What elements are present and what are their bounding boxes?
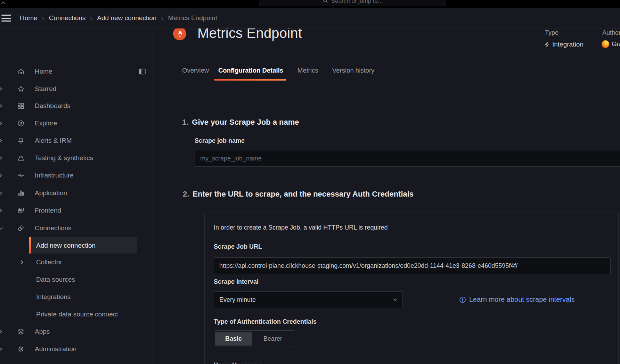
- tab-overview[interactable]: Overview: [182, 67, 209, 74]
- sidebar-item-label: Application: [35, 189, 67, 197]
- selected-interval: Every minute: [219, 296, 256, 304]
- chevron-right-icon[interactable]: [0, 329, 3, 334]
- section-number: 1.: [182, 118, 188, 127]
- chevron-right-icon[interactable]: [0, 121, 3, 126]
- chevron-right-icon[interactable]: [0, 173, 3, 178]
- scrape-job-name-label: Scrape job name: [195, 137, 245, 144]
- sidebar-item-data-sources[interactable]: Data sources: [0, 271, 153, 288]
- sidebar-item-application[interactable]: Application: [0, 184, 153, 202]
- section-title: Enter the URL to scrape, and the necessa…: [193, 190, 414, 199]
- chevron-right-icon[interactable]: [0, 346, 3, 352]
- sidebar-item-integrations[interactable]: Integrations: [0, 288, 153, 306]
- pulse-icon: [17, 172, 25, 179]
- tab-configuration-details[interactable]: Configuration Details: [218, 67, 283, 74]
- bar-chart-icon: [17, 189, 25, 197]
- chevron-up-icon[interactable]: [1, 0, 6, 5]
- sidebar-item-label: Dashboards: [35, 102, 70, 110]
- search-input[interactable]: Search or jump to...: [259, 0, 446, 6]
- section-title: Give your Scrape Job a name: [192, 118, 299, 127]
- chevron-right-icon[interactable]: [0, 138, 3, 143]
- sidebar-item-label: Connections: [35, 224, 72, 232]
- scrape-job-name-input[interactable]: [195, 150, 620, 167]
- breadcrumb-metrics-endpoint: Metrics Endpoint: [168, 14, 217, 22]
- scrape-job-url-label: Scrape Job URL: [214, 243, 262, 250]
- sidebar-item-label: Testing & synthetics: [35, 154, 93, 162]
- sidebar-item-label: Private data source connect: [36, 311, 118, 318]
- frontend-windows-icon: [17, 207, 25, 214]
- sidebar-item-alerts-irm[interactable]: Alerts & IRM: [0, 132, 153, 149]
- breadcrumb-home[interactable]: Home: [20, 14, 38, 22]
- sidebar-item-connections[interactable]: Connections: [0, 220, 153, 237]
- panel-intro-text: In order to create a Scrape Job, a valid…: [214, 224, 388, 231]
- active-indicator: [29, 237, 31, 254]
- chevron-right-icon[interactable]: [0, 86, 3, 92]
- tabs-divider: [160, 82, 620, 82]
- header-divider: [595, 28, 595, 50]
- section-2-heading: 2. Enter the URL to scrape, and the nece…: [183, 190, 414, 199]
- breadcrumb-connections[interactable]: Connections: [49, 14, 86, 22]
- chrome-bar: Home › Connections › Add new connection …: [0, 8, 620, 28]
- chevron-right-icon[interactable]: [19, 259, 25, 265]
- menu-icon[interactable]: [1, 15, 11, 22]
- prometheus-icon: [173, 27, 186, 40]
- breadcrumb-add-new-connection[interactable]: Add new connection: [97, 14, 156, 22]
- sidebar-nav: Home Starred Dashboards: [0, 28, 153, 364]
- sidebar-item-administration[interactable]: Administration: [0, 340, 153, 358]
- bolt-icon: [544, 41, 550, 48]
- info-circle-icon: [459, 296, 466, 303]
- auth-option-bearer[interactable]: Bearer: [252, 332, 294, 346]
- basic-username-label: Basic Username: [214, 362, 262, 364]
- chevron-right-icon[interactable]: [0, 208, 3, 213]
- scrape-interval-select[interactable]: Every minute: [214, 291, 403, 308]
- sidebar-item-explore[interactable]: Explore: [0, 115, 153, 132]
- auth-type-toggle: Basic Bearer: [214, 330, 295, 347]
- sidebar-item-dashboards[interactable]: Dashboards: [0, 97, 153, 115]
- dashboards-grid-icon: [17, 102, 25, 110]
- sidebar-item-collector[interactable]: Collector: [0, 254, 153, 271]
- chevron-right-icon: ›: [42, 14, 44, 22]
- author-label: Author: [602, 29, 620, 36]
- sidebar-item-testing-synthetics[interactable]: Testing & synthetics: [0, 149, 153, 167]
- chevron-down-icon[interactable]: [0, 225, 3, 231]
- sidebar-item-add-new-connection[interactable]: Add new connection: [29, 237, 137, 254]
- sidebar-item-private-data-source-connect[interactable]: Private data source connect: [0, 306, 153, 323]
- tab-version-history[interactable]: Version history: [332, 67, 374, 74]
- bell-icon: [17, 137, 25, 144]
- sidebar-item-label: Home: [35, 68, 52, 75]
- breadcrumb: Home › Connections › Add new connection …: [20, 8, 217, 28]
- top-strip: Search or jump to...: [0, 0, 620, 8]
- tab-metrics[interactable]: Metrics: [297, 67, 318, 74]
- type-value: Integration: [544, 41, 584, 48]
- sidebar-item-home[interactable]: Home: [0, 63, 153, 80]
- section-1-heading: 1. Give your Scrape Job a name: [182, 118, 299, 127]
- sidebar-item-label: Infrastructure: [35, 172, 74, 179]
- home-icon: [17, 68, 25, 75]
- sidebar-item-label: Explore: [35, 119, 57, 127]
- chevron-right-icon: ›: [90, 14, 92, 22]
- sidebar-item-frontend[interactable]: Frontend: [0, 202, 153, 219]
- scrape-job-url-input[interactable]: [214, 257, 611, 274]
- search-icon: [323, 0, 328, 3]
- dock-sidebar-icon[interactable]: [139, 69, 146, 75]
- chevron-down-icon: [392, 297, 398, 303]
- sidebar-item-infrastructure[interactable]: Infrastructure: [0, 167, 153, 184]
- grafana-app: Search or jump to... Home › Connections …: [0, 0, 620, 364]
- chevron-right-icon[interactable]: [0, 155, 3, 161]
- sidebar-item-apps[interactable]: Apps: [0, 323, 153, 340]
- search-placeholder: Search or jump to...: [331, 0, 383, 5]
- sidebar-item-label: Administration: [35, 345, 76, 353]
- active-tab-indicator: [214, 79, 286, 81]
- section-number: 2.: [183, 190, 189, 199]
- sidebar-item-label: Data sources: [36, 276, 75, 283]
- auth-type-label: Type of Authentication Credentials: [214, 318, 317, 325]
- sidebar-item-starred[interactable]: Starred: [0, 80, 153, 98]
- chevron-right-icon[interactable]: [0, 103, 3, 109]
- chevron-right-icon[interactable]: [0, 190, 3, 196]
- chevron-right-icon: ›: [161, 14, 163, 22]
- k6-mountain-icon: [17, 154, 25, 162]
- star-icon: [17, 85, 25, 93]
- scrape-config-panel: In order to create a Scrape Job, a valid…: [204, 213, 619, 364]
- sidebar-item-label: Alerts & IRM: [35, 137, 72, 144]
- auth-option-basic[interactable]: Basic: [215, 332, 252, 346]
- learn-more-scrape-intervals-link[interactable]: Learn more about scrape intervals: [459, 296, 575, 304]
